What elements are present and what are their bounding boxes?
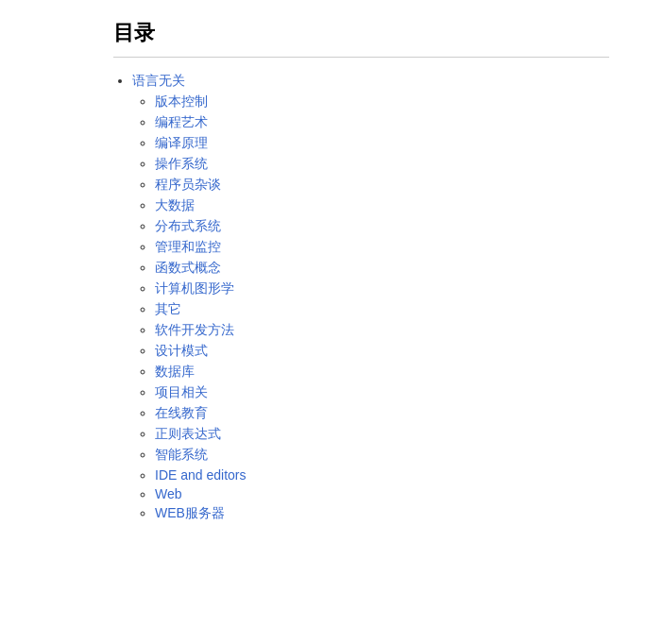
list-item: 操作系统 xyxy=(155,156,609,173)
toc-level2-link-9[interactable]: 计算机图形学 xyxy=(155,280,234,296)
list-item: 在线教育 xyxy=(155,405,609,422)
list-item: 编译原理 xyxy=(155,135,609,152)
toc-level2-list: 版本控制 编程艺术 编译原理 操作系统 程序员杂谈 大数据 分布式系统 管理和监… xyxy=(132,93,609,522)
list-item: 项目相关 xyxy=(155,384,609,401)
toc-level2-link-20[interactable]: WEB服务器 xyxy=(155,505,225,520)
list-item: 正则表达式 xyxy=(155,426,609,443)
toc-level2-link-17[interactable]: 智能系统 xyxy=(155,447,208,462)
toc-level2-link-18[interactable]: IDE and editors xyxy=(155,467,247,483)
list-item: 程序员杂谈 xyxy=(155,177,609,194)
toc-level2-link-5[interactable]: 大数据 xyxy=(155,197,195,212)
toc-level2-link-12[interactable]: 设计模式 xyxy=(155,343,208,358)
list-item: 其它 xyxy=(155,301,609,318)
list-item: 管理和监控 xyxy=(155,239,609,256)
toc-level2-link-14[interactable]: 项目相关 xyxy=(155,384,208,399)
list-item: 计算机图形学 xyxy=(155,280,609,297)
toc-level1-link[interactable]: 语言无关 xyxy=(132,73,185,88)
page-container: 目录 语言无关 版本控制 编程艺术 编译原理 操作系统 程序员杂谈 大数据 分布… xyxy=(0,0,647,545)
toc-level2-link-2[interactable]: 编译原理 xyxy=(155,135,208,150)
toc-level2-link-11[interactable]: 软件开发方法 xyxy=(155,322,234,337)
list-item: 版本控制 xyxy=(155,93,609,110)
toc-level2-link-4[interactable]: 程序员杂谈 xyxy=(155,177,221,192)
list-item: WEB服务器 xyxy=(155,505,609,522)
toc-level2-link-0[interactable]: 版本控制 xyxy=(155,93,208,109)
toc-level2-link-7[interactable]: 管理和监控 xyxy=(155,239,221,254)
list-item: 软件开发方法 xyxy=(155,322,609,339)
list-item: 编程艺术 xyxy=(155,114,609,131)
list-item: Web xyxy=(155,486,609,501)
toc-level2-link-1[interactable]: 编程艺术 xyxy=(155,114,208,129)
list-item: IDE and editors xyxy=(155,467,609,483)
list-item: 函数式概念 xyxy=(155,260,609,277)
toc-level2-link-19[interactable]: Web xyxy=(155,486,182,501)
toc-level1-list: 语言无关 版本控制 编程艺术 编译原理 操作系统 程序员杂谈 大数据 分布式系统… xyxy=(113,73,609,522)
list-item: 分布式系统 xyxy=(155,218,609,235)
toc-level2-link-3[interactable]: 操作系统 xyxy=(155,156,208,171)
toc-level2-link-10[interactable]: 其它 xyxy=(155,301,181,316)
toc-level2-link-16[interactable]: 正则表达式 xyxy=(155,426,221,441)
page-title: 目录 xyxy=(113,19,609,58)
toc-level1-item: 语言无关 版本控制 编程艺术 编译原理 操作系统 程序员杂谈 大数据 分布式系统… xyxy=(132,73,609,522)
toc-level2-link-13[interactable]: 数据库 xyxy=(155,364,195,379)
toc-level2-link-6[interactable]: 分布式系统 xyxy=(155,218,221,233)
list-item: 智能系统 xyxy=(155,447,609,464)
list-item: 设计模式 xyxy=(155,343,609,360)
list-item: 数据库 xyxy=(155,364,609,381)
toc-level2-link-8[interactable]: 函数式概念 xyxy=(155,260,221,275)
toc-level2-link-15[interactable]: 在线教育 xyxy=(155,405,208,420)
list-item: 大数据 xyxy=(155,197,609,214)
